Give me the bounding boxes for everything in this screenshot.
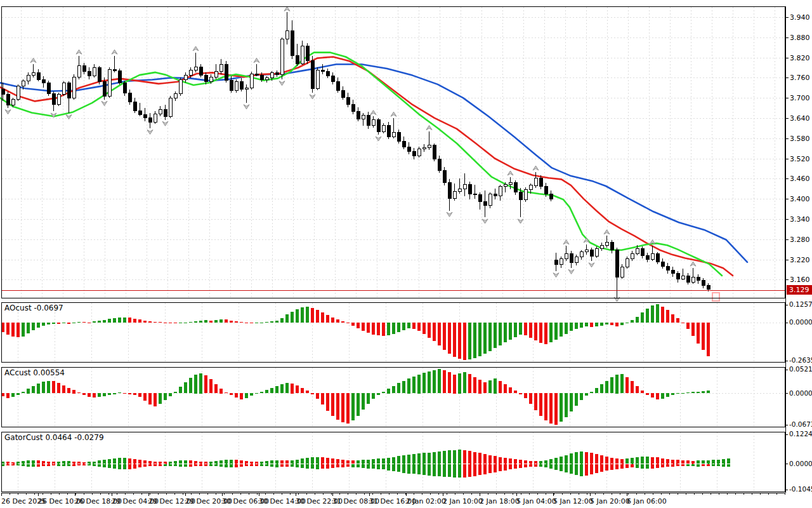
svg-text:2 Jan 18:00: 2 Jan 18:00 [480,497,520,505]
svg-text:5 Jan 20:00: 5 Jan 20:00 [590,497,630,505]
svg-text:0.0000: 0.0000 [789,460,812,467]
svg-text:-0.06732: -0.06732 [789,420,812,428]
svg-text:6 Jan 06:00: 6 Jan 06:00 [627,497,667,505]
indicator-label-gator-oscillator: GatorCust 0.0464 -0.0279 [4,433,104,442]
svg-text:3.700: 3.700 [790,94,810,102]
svg-text:5 Jan 12:00: 5 Jan 12:00 [553,497,593,505]
svg-text:3.280: 3.280 [790,236,810,244]
svg-text:-0.1045: -0.1045 [789,485,812,493]
svg-text:3.760: 3.760 [790,74,810,82]
svg-text:2 Jan 10:00: 2 Jan 10:00 [443,497,483,505]
svg-text:3.220: 3.220 [790,256,810,264]
indicator-label-awesome-oscillator: AOcust -0.0697 [4,304,63,312]
svg-text:3.160: 3.160 [790,276,810,284]
svg-text:0.1224: 0.1224 [789,430,812,438]
svg-text:3.820: 3.820 [790,54,810,62]
chart-canvas[interactable]: 0.12570.0000-0.26350.052170.00000-0.0673… [0,0,812,508]
svg-text:3.940: 3.940 [790,13,810,22]
svg-text:2 Jan 02:00: 2 Jan 02:00 [406,497,446,505]
svg-text:3.340: 3.340 [790,215,810,224]
svg-text:0.0000: 0.0000 [789,318,812,326]
svg-text:0.00000: 0.00000 [789,389,812,397]
svg-text:3.460: 3.460 [790,175,810,183]
svg-text:3.580: 3.580 [790,135,810,143]
svg-text:5 Jan 04:00: 5 Jan 04:00 [516,497,556,505]
svg-text:0.05217: 0.05217 [789,365,812,373]
indicator-label-accelerator-oscillator: ACcust 0.00554 [4,368,65,377]
current-price-badge: 3.129 [787,285,812,295]
svg-text:3.400: 3.400 [790,195,810,203]
svg-text:-0.2635: -0.2635 [789,356,812,364]
svg-text:3.640: 3.640 [790,114,810,123]
svg-text:0.1257: 0.1257 [789,300,812,308]
trading-chart-window: 0.12570.0000-0.26350.052170.00000-0.0673… [0,0,812,508]
svg-text:3.520: 3.520 [790,155,810,163]
svg-text:3.880: 3.880 [790,34,810,42]
